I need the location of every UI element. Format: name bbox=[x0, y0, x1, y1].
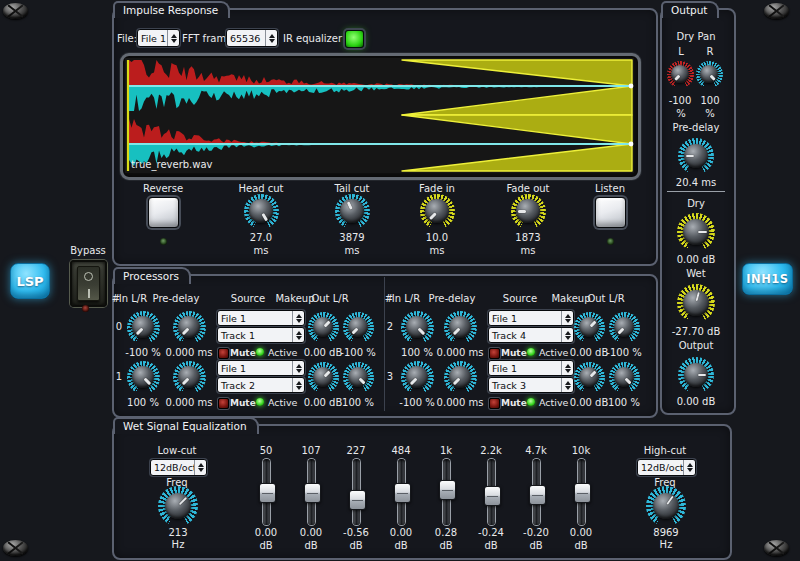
ir-equalizer-toggle-button[interactable] bbox=[345, 30, 364, 48]
dry-pan-label: Dry Pan bbox=[677, 31, 716, 42]
ir-control-label: Fade out bbox=[506, 183, 549, 194]
pre-delay-knob[interactable] bbox=[173, 311, 206, 344]
processors-header: Out L/R bbox=[311, 293, 348, 304]
eq-band-gain-value: 0.00 bbox=[255, 527, 277, 538]
out-lr-knob[interactable] bbox=[609, 362, 640, 393]
eq-band-freq-label: 10k bbox=[572, 445, 591, 456]
out-lr-knob[interactable] bbox=[343, 362, 374, 393]
head-cut-knob[interactable] bbox=[244, 194, 279, 229]
ir-waveform-svg bbox=[125, 58, 634, 173]
fade-in-knob[interactable] bbox=[420, 194, 455, 229]
source-file-select[interactable]: File 1 bbox=[217, 310, 305, 326]
source-file-select[interactable]: File 1 bbox=[488, 310, 574, 326]
source-track-select-value: Track 2 bbox=[218, 378, 292, 392]
source-file-select[interactable]: File 1 bbox=[488, 360, 574, 376]
active-led bbox=[256, 398, 264, 406]
spinner-arrows-icon[interactable] bbox=[292, 328, 304, 342]
reverse-button[interactable] bbox=[148, 197, 179, 228]
output-knob[interactable] bbox=[678, 357, 714, 393]
eq-band-slider-thumb[interactable] bbox=[484, 486, 501, 506]
source-track-select[interactable]: Track 4 bbox=[488, 327, 574, 343]
high-cut-slope-spinner[interactable]: 12dB/oct bbox=[637, 459, 696, 476]
pre-delay-knob[interactable] bbox=[173, 361, 206, 394]
spinner-arrows-icon[interactable] bbox=[292, 311, 304, 325]
makeup-knob[interactable] bbox=[574, 362, 605, 393]
out-lr-knob[interactable] bbox=[343, 312, 374, 343]
eq-band-freq-label: 2.2k bbox=[480, 445, 502, 456]
screw-icon bbox=[764, 540, 789, 556]
out-lr-knob[interactable] bbox=[609, 312, 640, 343]
dry-pan-r-knob[interactable] bbox=[696, 61, 723, 88]
dry-label: Dry bbox=[687, 198, 705, 209]
eq-band-slider-thumb[interactable] bbox=[259, 483, 276, 503]
source-track-select[interactable]: Track 3 bbox=[488, 377, 574, 393]
eq-band-slider-thumb[interactable] bbox=[439, 480, 456, 500]
eq-band-slider-thumb[interactable] bbox=[349, 490, 366, 510]
eq-band-gain-unit: dB bbox=[259, 540, 272, 551]
eq-band-slider-thumb[interactable] bbox=[394, 483, 411, 503]
processors-header: Makeup bbox=[275, 293, 314, 304]
low-cut-slope-spinner[interactable]: 12dB/oct bbox=[150, 459, 207, 476]
spinner-arrows-icon[interactable] bbox=[683, 460, 695, 475]
mute-label: Mute bbox=[501, 348, 527, 358]
in-lr-knob[interactable] bbox=[127, 361, 160, 394]
mute-button[interactable] bbox=[489, 348, 500, 359]
source-file-select[interactable]: File 1 bbox=[217, 360, 305, 376]
source-track-select[interactable]: Track 2 bbox=[217, 377, 305, 393]
high-cut-slope-spinner-value: 12dB/oct bbox=[638, 460, 683, 475]
bypass-label: Bypass bbox=[70, 245, 106, 256]
mute-label: Mute bbox=[230, 348, 256, 358]
makeup-knob[interactable] bbox=[308, 312, 339, 343]
mute-button[interactable] bbox=[489, 398, 500, 409]
mute-button[interactable] bbox=[218, 398, 229, 409]
active-led bbox=[256, 348, 264, 356]
wet-label: Wet bbox=[686, 268, 705, 279]
fade-out-knob[interactable] bbox=[511, 194, 546, 229]
power-on-icon bbox=[88, 289, 90, 298]
wet-knob[interactable] bbox=[677, 284, 715, 322]
predelay-knob[interactable] bbox=[678, 138, 714, 174]
eq-band-slider-thumb[interactable] bbox=[304, 483, 321, 503]
eq-band-freq-label: 4.7k bbox=[525, 445, 547, 456]
makeup-knob[interactable] bbox=[574, 312, 605, 343]
source-file-select-value: File 1 bbox=[218, 311, 292, 325]
spinner-arrows-icon[interactable] bbox=[265, 30, 277, 46]
tail-cut-knob[interactable] bbox=[335, 194, 370, 229]
processors-header: Out L/R bbox=[587, 293, 624, 304]
active-led bbox=[527, 398, 535, 406]
pre-delay-knob[interactable] bbox=[444, 311, 477, 344]
pre-delay-value: 0.000 ms bbox=[166, 397, 213, 408]
listen-button[interactable] bbox=[595, 197, 626, 228]
pre-delay-knob[interactable] bbox=[444, 361, 477, 394]
lsp-logo-button[interactable]: LSP bbox=[10, 263, 50, 299]
eq-band-gain-unit: dB bbox=[529, 540, 542, 551]
mute-button[interactable] bbox=[218, 348, 229, 359]
source-track-select[interactable]: Track 1 bbox=[217, 327, 305, 343]
in-lr-knob[interactable] bbox=[401, 311, 434, 344]
source-track-select-value: Track 3 bbox=[489, 378, 561, 392]
high-cut-freq-knob[interactable] bbox=[646, 486, 686, 526]
screw-icon bbox=[3, 3, 28, 19]
fft-frame-spinner[interactable]: 65536 bbox=[226, 29, 278, 47]
spinner-arrows-icon[interactable] bbox=[167, 30, 179, 46]
dry-knob[interactable] bbox=[677, 213, 715, 251]
low-cut-freq-knob[interactable] bbox=[158, 486, 198, 526]
eq-band-gain-unit: dB bbox=[484, 540, 497, 551]
makeup-value: 0.00 dB bbox=[570, 397, 609, 408]
ir-control-unit: ms bbox=[254, 245, 269, 256]
in-lr-knob[interactable] bbox=[401, 361, 434, 394]
bypass-switch[interactable] bbox=[70, 260, 107, 307]
eq-band-slider-thumb[interactable] bbox=[529, 485, 546, 505]
file-spinner[interactable]: File 1 bbox=[137, 29, 180, 47]
power-off-icon bbox=[84, 272, 93, 281]
eq-band-gain-value: 0.00 bbox=[300, 527, 322, 538]
makeup-knob[interactable] bbox=[308, 362, 339, 393]
spinner-arrows-icon[interactable] bbox=[292, 361, 304, 375]
ir-control-unit: ms bbox=[521, 245, 536, 256]
plugin-window: Impulse Response Output Processors Wet S… bbox=[0, 0, 800, 561]
spinner-arrows-icon[interactable] bbox=[194, 460, 206, 475]
source-track-select-value: Track 1 bbox=[218, 328, 292, 342]
in-lr-knob[interactable] bbox=[127, 311, 160, 344]
eq-band-slider-thumb[interactable] bbox=[574, 483, 591, 503]
spinner-arrows-icon[interactable] bbox=[292, 378, 304, 392]
